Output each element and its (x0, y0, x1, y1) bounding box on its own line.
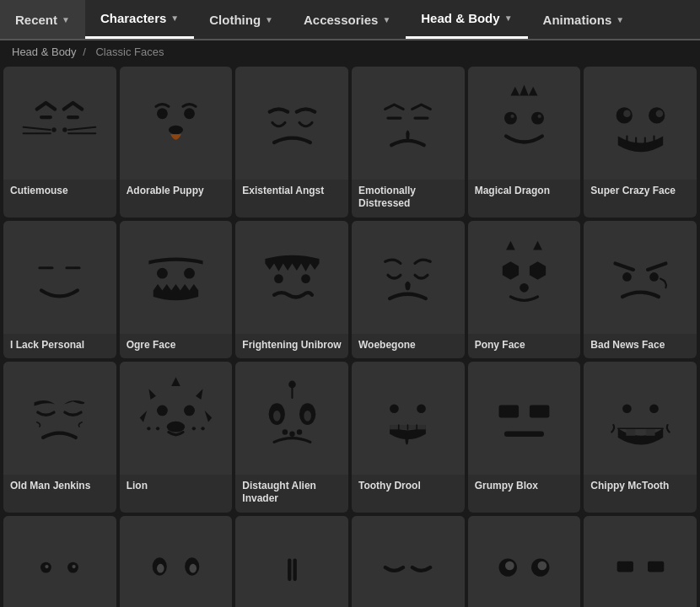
list-item[interactable]: Existential Angst (235, 67, 348, 218)
svg-point-39 (192, 427, 196, 431)
svg-point-38 (147, 427, 150, 431)
svg-point-19 (623, 110, 631, 118)
svg-point-34 (157, 406, 168, 416)
face-svg (479, 78, 569, 168)
item-thumb (352, 516, 465, 607)
svg-rect-57 (530, 406, 550, 418)
nav-item-headbody[interactable]: Head & Body ▼ (406, 0, 527, 39)
item-label: Pony Face (468, 334, 581, 352)
nav-label-clothing: Clothing (209, 13, 261, 27)
nav-item-animations[interactable]: Animations ▼ (528, 0, 640, 39)
face-svg (247, 527, 337, 607)
nav-item-clothing[interactable]: Clothing ▼ (194, 0, 288, 39)
svg-point-32 (622, 272, 632, 282)
list-item[interactable] (3, 516, 116, 607)
svg-point-70 (157, 564, 164, 573)
item-thumb (235, 516, 348, 607)
nav-chevron-recent: ▼ (62, 15, 70, 24)
svg-rect-1 (67, 115, 79, 119)
svg-point-9 (184, 109, 195, 120)
nav-label-characters: Characters (100, 11, 166, 25)
item-thumb (3, 221, 116, 334)
svg-rect-58 (504, 432, 544, 437)
breadcrumb-link-headbody[interactable]: Head & Body (12, 46, 77, 58)
list-item[interactable] (584, 516, 697, 607)
nav-chevron-headbody: ▼ (504, 13, 513, 23)
list-item[interactable]: Grumpy Blox (468, 362, 581, 513)
list-item[interactable] (468, 516, 581, 607)
svg-point-27 (157, 268, 168, 279)
item-grid: Cutiemouse Adorable Puppy (0, 63, 700, 607)
nav-label-headbody: Head & Body (421, 11, 499, 25)
nav-chevron-clothing: ▼ (265, 15, 273, 24)
breadcrumb: Head & Body / Classic Faces (0, 40, 700, 63)
list-item[interactable]: Cutiemouse (3, 67, 116, 218)
list-item[interactable]: Super Crazy Face (584, 67, 697, 218)
item-thumb (352, 362, 465, 475)
svg-point-35 (184, 406, 195, 416)
svg-rect-78 (617, 561, 633, 572)
nav-chevron-accessories: ▼ (382, 15, 390, 24)
list-item[interactable]: Toothy Drool (352, 362, 465, 513)
item-thumb (120, 221, 233, 334)
item-thumb (120, 362, 233, 475)
item-thumb (584, 67, 697, 180)
face-svg (14, 78, 105, 168)
item-label: Toothy Drool (352, 475, 465, 493)
svg-point-8 (157, 109, 168, 120)
item-label: I Lack Personal (3, 334, 116, 352)
list-item[interactable] (235, 516, 348, 607)
svg-rect-61 (626, 429, 635, 437)
nav-label-recent: Recent (15, 13, 57, 27)
item-thumb (468, 67, 581, 180)
item-thumb (120, 67, 233, 180)
svg-point-20 (655, 110, 663, 118)
list-item[interactable]: Chippy McTooth (584, 362, 697, 513)
face-svg (247, 78, 337, 168)
nav-item-recent[interactable]: Recent ▼ (0, 0, 85, 39)
list-item[interactable]: Pony Face (468, 221, 581, 358)
list-item[interactable]: Adorable Puppy (120, 67, 233, 218)
list-item[interactable]: Frightening Unibrow (235, 221, 348, 358)
svg-point-47 (282, 430, 287, 435)
svg-rect-56 (499, 406, 520, 418)
svg-point-10 (169, 126, 183, 135)
face-svg (131, 78, 221, 168)
list-item[interactable]: Old Man Jenkins (3, 362, 116, 513)
svg-line-6 (69, 127, 96, 130)
face-svg (14, 232, 105, 322)
face-svg (131, 373, 221, 463)
svg-point-60 (649, 405, 659, 414)
list-item[interactable]: I Lack Personal (3, 221, 116, 358)
item-label: Chippy McTooth (584, 475, 697, 493)
svg-point-3 (63, 128, 67, 132)
face-svg (363, 78, 453, 168)
svg-rect-72 (288, 559, 291, 582)
list-item[interactable]: Lion (120, 362, 233, 513)
face-svg (595, 78, 686, 168)
list-item[interactable] (120, 516, 233, 607)
svg-rect-73 (293, 559, 296, 582)
list-item[interactable]: Bad News Face (584, 221, 697, 358)
face-svg (363, 232, 453, 322)
svg-point-42 (288, 381, 296, 389)
nav-chevron-characters: ▼ (170, 13, 179, 23)
nav-chevron-animations: ▼ (616, 15, 624, 24)
item-label: Existential Angst (235, 180, 348, 198)
list-item[interactable]: Magical Dragon (468, 67, 581, 218)
nav-item-accessories[interactable]: Accessories ▼ (288, 0, 406, 39)
item-label: Ogre Face (120, 334, 233, 352)
nav-item-characters[interactable]: Characters ▼ (85, 0, 194, 39)
list-item[interactable]: Ogre Face (120, 221, 233, 358)
face-svg (595, 232, 686, 322)
item-label: Cutiemouse (3, 180, 116, 198)
list-item[interactable]: Distaught Alien Invader (235, 362, 348, 513)
svg-point-71 (190, 564, 197, 573)
svg-point-77 (538, 561, 547, 571)
item-thumb (235, 67, 348, 180)
list-item[interactable]: Emotionally Distressed (352, 67, 465, 218)
list-item[interactable]: Woebegone (352, 221, 465, 358)
svg-point-51 (417, 405, 427, 414)
face-svg (363, 373, 453, 463)
list-item[interactable] (352, 516, 465, 607)
